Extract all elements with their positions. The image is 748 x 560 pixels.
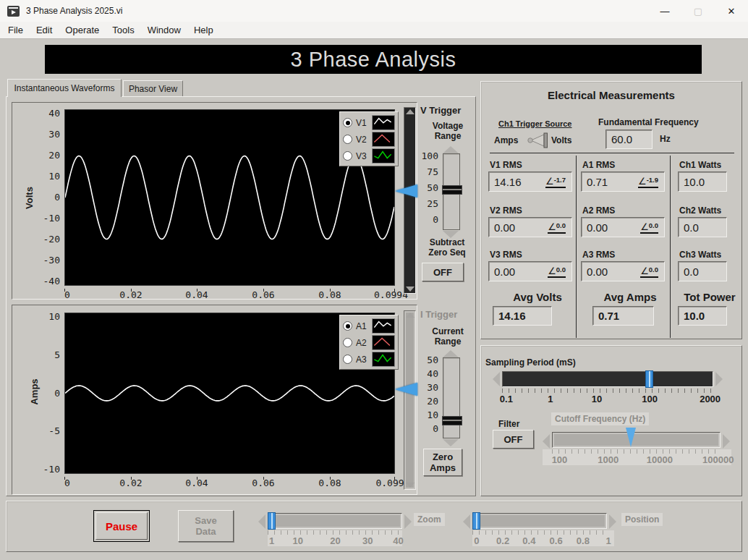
a1-plot-style-icon[interactable] xyxy=(372,318,395,334)
zoom-scale-label: 1 xyxy=(269,535,274,546)
a1-rms-label: A1 RMS xyxy=(582,160,615,170)
window-title: 3 Phase Analysis 2025.vi xyxy=(26,6,122,16)
menu-item-file[interactable]: File xyxy=(1,23,30,37)
page-title: 3 Phase Analysis xyxy=(291,48,456,72)
i-trigger-up-arrow-icon[interactable] xyxy=(406,313,415,318)
current-range-handle[interactable] xyxy=(442,416,462,425)
cutoff-frequency-slider[interactable] xyxy=(552,432,721,448)
tab-phasor-view[interactable]: Phasor View xyxy=(123,80,183,97)
sampling-scale-label: 10 xyxy=(592,394,602,404)
amps-legend: A1A2A3 xyxy=(339,315,399,370)
v1-radio[interactable] xyxy=(343,118,352,127)
subtract-zero-seq-button[interactable]: OFF xyxy=(422,263,464,281)
zoom-handle[interactable] xyxy=(268,512,276,530)
cutoff-pointer-icon[interactable] xyxy=(626,428,636,447)
phase-angle: ∠0.0 xyxy=(640,221,658,234)
v2-plot-style-icon[interactable] xyxy=(372,132,395,147)
v1-plot-style-icon[interactable] xyxy=(372,115,395,130)
voltage-range-scale-label: 0 xyxy=(418,215,438,225)
close-button[interactable]: ✕ xyxy=(715,0,748,22)
voltage-range-up-arrow-icon[interactable] xyxy=(443,146,459,153)
cutoff-left-arrow-icon[interactable] xyxy=(543,434,550,449)
save-data-button[interactable]: SaveData xyxy=(178,510,234,542)
trigger-source-volts-label: Volts xyxy=(551,135,571,145)
volts-ytick: -40 xyxy=(28,276,60,287)
i-trigger-level-pointer-icon[interactable] xyxy=(395,383,417,396)
menu-item-tools[interactable]: Tools xyxy=(106,23,140,37)
maximize-button[interactable]: ▢ xyxy=(681,0,715,22)
amps-ytick: -5 xyxy=(28,426,60,436)
tot-power-value: 10.0 xyxy=(678,306,727,326)
position-scale-label: 0.8 xyxy=(577,535,590,546)
a1-radio[interactable] xyxy=(343,321,352,331)
v3-legend-label: V3 xyxy=(356,151,369,161)
a3-rms-value: 0.00∠0.0 xyxy=(581,261,665,281)
menu-item-help[interactable]: Help xyxy=(187,23,220,37)
position-slider[interactable] xyxy=(472,513,607,529)
tab-instantaneous-waveforms[interactable]: Instantaneous Waveforms xyxy=(7,79,122,97)
position-right-arrow-icon[interactable] xyxy=(609,514,616,529)
volts-legend: V1V2V3 xyxy=(339,111,399,166)
voltage-range-handle[interactable] xyxy=(442,185,462,195)
a2-radio[interactable] xyxy=(343,338,352,347)
cutoff-scale-label: 10000 xyxy=(647,454,673,465)
v3-plot-style-icon[interactable] xyxy=(372,148,395,164)
avg-volts-value: 14.16 xyxy=(493,306,552,326)
v3-radio[interactable] xyxy=(343,151,352,161)
ch1-trigger-source-label: Ch1 Trigger Source xyxy=(498,119,571,128)
a3-radio[interactable] xyxy=(343,355,352,364)
current-range-scale-label: 30 xyxy=(418,383,438,393)
v-trigger-up-arrow-icon[interactable] xyxy=(406,109,415,114)
menu-item-edit[interactable]: Edit xyxy=(30,23,59,37)
amps-chart-frame: Amps 1050-5-1000.020.040.060.080.099 A1A… xyxy=(12,305,417,495)
amps-xtick: 0 xyxy=(48,478,96,488)
i-trigger-panel: I Trigger Current Range 50403020100 Zero… xyxy=(418,307,476,495)
current-range-up-arrow-icon[interactable] xyxy=(443,350,459,357)
sampling-period-slider[interactable] xyxy=(502,371,713,387)
i-trigger-level-slider[interactable] xyxy=(404,310,416,490)
sampling-scale-label: 100 xyxy=(642,394,658,404)
current-range-slider[interactable] xyxy=(443,357,460,438)
zoom-right-arrow-icon[interactable] xyxy=(404,514,412,529)
current-range-down-arrow-icon[interactable] xyxy=(443,439,459,446)
current-range-scale-label: 20 xyxy=(418,396,438,407)
cutoff-frequency-label: Cutoff Frequency (Hz) xyxy=(551,412,649,425)
pause-button[interactable]: Pause xyxy=(93,510,150,542)
amps-xtick: 0.02 xyxy=(115,478,147,488)
a3-legend-label: A3 xyxy=(356,355,369,365)
ch1-watts-value: 10.0 xyxy=(678,171,727,192)
bottom-control-bar: Pause SaveData 110203040 Zoom 00.20.40.6… xyxy=(6,501,742,552)
voltage-range-slider[interactable] xyxy=(443,153,460,230)
i-trigger-down-arrow-icon[interactable] xyxy=(406,483,415,488)
ch3-watts-label: Ch3 Watts xyxy=(679,250,721,260)
a2-plot-style-icon[interactable] xyxy=(372,335,395,350)
sampling-left-arrow-icon[interactable] xyxy=(493,372,500,386)
volts-xtick: 0 xyxy=(48,290,96,300)
filter-off-button[interactable]: OFF xyxy=(493,430,534,449)
sampling-period-handle[interactable] xyxy=(645,370,653,388)
position-left-arrow-icon[interactable] xyxy=(463,514,470,529)
trigger-source-switch-icon[interactable] xyxy=(526,131,552,150)
current-range-scale-label: 10 xyxy=(418,410,438,420)
menu-item-window[interactable]: Window xyxy=(141,23,187,37)
menu-item-operate[interactable]: Operate xyxy=(59,23,106,37)
volts-xtick: 0.0994 xyxy=(374,290,406,300)
v2-radio[interactable] xyxy=(343,135,352,144)
avg-volts-label: Avg Volts xyxy=(485,291,590,303)
a2-rms-value: 0.00∠0.0 xyxy=(581,217,665,237)
position-scale-label: 1 xyxy=(606,535,611,546)
a3-plot-style-icon[interactable] xyxy=(372,352,395,367)
volts-xtick: 0.02 xyxy=(115,290,147,300)
sampling-right-arrow-icon[interactable] xyxy=(715,372,723,386)
zoom-slider[interactable] xyxy=(268,513,402,529)
amps-xtickmark xyxy=(131,477,132,480)
v-trigger-level-pointer-icon[interactable] xyxy=(395,184,417,198)
position-handle[interactable] xyxy=(472,512,480,530)
minimize-button[interactable]: — xyxy=(648,0,681,22)
v-trigger-down-arrow-icon[interactable] xyxy=(406,287,415,292)
zero-amps-button[interactable]: Zero Amps xyxy=(423,449,462,476)
zoom-left-arrow-icon[interactable] xyxy=(258,514,265,529)
a2-legend-row: A2 xyxy=(343,334,398,351)
cutoff-right-arrow-icon[interactable] xyxy=(723,434,730,449)
v-trigger-level-slider[interactable] xyxy=(404,107,416,294)
